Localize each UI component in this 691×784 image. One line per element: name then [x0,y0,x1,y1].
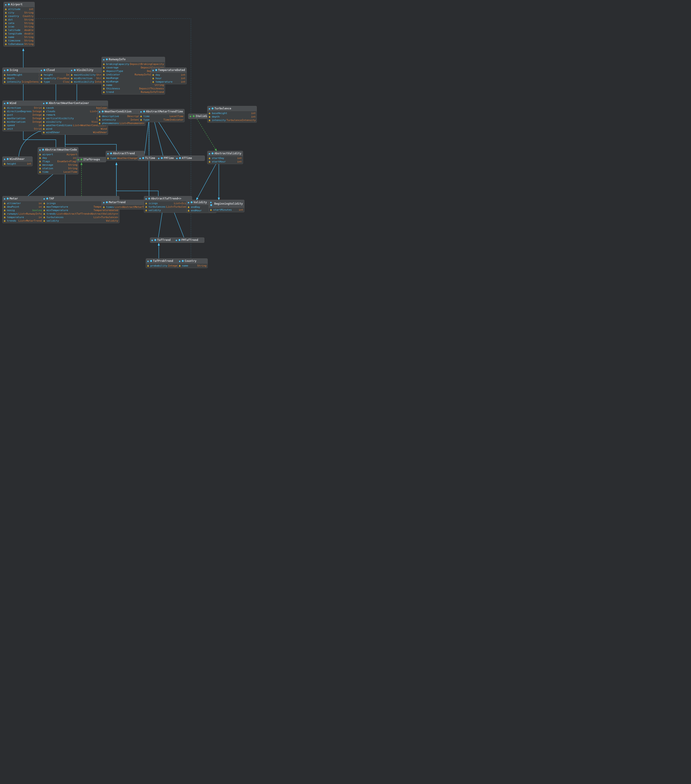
class-icon: ■ [99,110,104,113]
field-row: 🔒latitudedouble [4,28,35,32]
field-lock-icon: 🔒 [43,124,45,127]
field-lock-icon: 🔒 [152,77,155,79]
field-lock-icon: 🔒 [3,128,6,130]
field-row: 🔒dayint [151,73,186,77]
field-lock-icon: 🔒 [3,117,6,119]
entity-title-beginningvalidity: BeginningValidity [214,202,243,205]
field-name-label: trends [46,212,56,215]
field-row: 🔒trendsList<MetarTrend> [3,219,44,222]
field-row: 🔒trendsList<AbstractTafTrend<AbstractVal… [42,212,119,216]
field-row: 🔒timeLocalTime [38,170,78,174]
field-row: 🔒trendRunwayInfoTrend [102,90,165,94]
field-lock-icon: 🔒 [103,206,106,208]
field-lock-icon: 🔒 [71,74,73,76]
class-icon: ■ [188,201,193,204]
entity-body-abstractweathercode: 🔒airportAirport🔒dayint🔒flagsEnumSet<Flag… [38,152,78,174]
field-lock-icon: 🔒 [3,114,6,116]
field-name-label: minDirection [74,77,96,80]
field-name-label: mainVisibility [74,73,96,76]
field-lock-icon: 🔒 [145,202,148,204]
field-type-label: String [24,43,33,46]
field-lock-icon: 🔒 [39,157,42,159]
field-lock-icon: 🔒 [99,115,101,117]
class-icon: ■ [4,102,8,105]
field-lock-icon: 🔒 [99,122,101,124]
class-icon: ■ [209,107,213,110]
field-lock-icon: 🔒 [178,265,181,267]
field-lock-icon: 🔒 [3,213,6,215]
entity-title-abstractvalidity: AbstractValidity [214,152,241,155]
entity-visibility: ■ Visibility🔒mainVisibilityString🔒minDir… [69,68,107,84]
class-icon: ■ [41,69,45,72]
field-lock-icon: 🔒 [5,12,7,14]
field-lock-icon: 🔒 [5,8,7,10]
field-lock-icon: 🔒 [71,81,73,83]
entity-header-abstractvalidity: ■ AbstractValidity [208,151,243,156]
field-name-label: endHour [191,209,210,212]
field-name-label: wind [46,127,100,130]
field-lock-icon: 🔒 [3,163,6,165]
field-name-label: height [7,162,26,165]
field-row: 🔒dstString [4,18,35,21]
field-name-label: remark [46,114,97,116]
entity-beginningvalidity: ■ BeginningValidity🔒startMinutesint [209,200,244,212]
class-icon: ■ [147,260,152,263]
field-name-label: trends [7,219,18,222]
field-lock-icon: 🔒 [39,153,42,155]
field-row: 🔒depthint [208,115,257,119]
class-icon: ■ [5,3,10,6]
field-row: 🔒validity? [144,209,192,212]
field-lock-icon: 🔒 [103,87,106,90]
class-icon: ■ [210,201,213,207]
entity-header-metar: ■ Metar [3,196,44,201]
entity-title-cloud: Cloud [46,68,55,72]
field-name-label: startHour [212,160,237,163]
field-lock-icon: 🔒 [43,213,46,215]
field-type-label: EnumSet<Flag> [57,160,77,163]
entity-header-windshear: ■ WindShear [3,156,32,161]
field-row: 🔒dewPointint [3,205,44,209]
class-icon: ■ [4,197,8,200]
field-name-label: quantity [44,77,56,80]
field-lock-icon: 🔒 [43,114,45,116]
entity-abstracttaftrend: ■ AbstractTafTrend<>🔒icingsList<Icing>🔒t… [144,196,192,213]
class-icon: ■ [107,152,112,155]
field-lock-icon: 🔒 [43,202,46,204]
field-type-label: int [27,162,31,165]
entity-body-visibility: 🔒mainVisibilityString🔒minDirectionString… [69,72,106,84]
field-name-label: station [42,167,68,170]
field-name-label: height [44,73,66,76]
field-lock-icon: 🔒 [208,116,211,118]
field-row: 🔒runwaysList<RunwayInfo> [3,212,44,216]
field-lock-icon: 🔒 [103,77,106,79]
class-icon: ■ [145,197,150,200]
field-lock-icon: 🔒 [208,119,211,121]
field-lock-icon: 🔒 [140,119,143,121]
class-icon: ■ [176,156,181,160]
field-row: 🔒gustInteger [3,113,44,117]
field-lock-icon: 🔒 [103,67,106,69]
entity-body-windshear: 🔒heightint [3,161,32,166]
field-name-label: dewPoint [7,205,38,208]
field-name-label: altitude [8,8,28,11]
field-row: 🔒heightint [3,162,32,165]
entity-body-temperaturedated: 🔒dayint🔒hourint🔒temperatureint [151,72,186,84]
field-lock-icon: 🔒 [210,209,213,211]
entity-temperaturedated: ■ TemperatureDated🔒dayint🔒hourint🔒temper… [151,68,187,84]
field-name-label: temperature [7,216,38,219]
field-name-label: iata [8,21,23,25]
field-name-label: dst [8,18,23,21]
field-name-label: message [42,163,68,166]
field-name-label: hour [155,77,180,80]
field-name-label: maxVariation [7,117,32,120]
interface-icon: ■ [190,115,195,118]
entity-header-runwayinfo: ■ RunwayInfo [102,57,165,62]
field-name-label: cavok [46,106,96,109]
field-name-label: times [106,206,114,209]
field-type-label: String [24,36,33,39]
field-name-label: speed [7,124,38,127]
field-name-label: time [143,115,169,118]
class-icon: ■ [71,69,76,72]
field-type-label: TurbulenceIntensity [226,119,256,122]
entity-metar: ■ Metar🔒altimeterint🔒dewPointint🔒nosigbo… [2,196,44,223]
